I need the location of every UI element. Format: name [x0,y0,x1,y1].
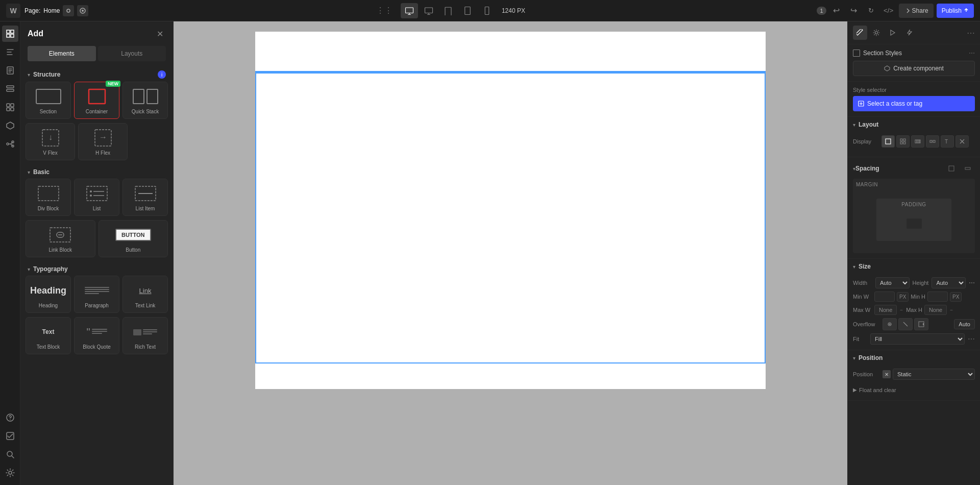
overflow-scroll-btn[interactable] [914,318,928,330]
lightning-tab-btn[interactable] [902,26,916,40]
padding-left-input[interactable]: 0 [879,220,898,227]
structure-info[interactable]: i [158,70,166,79]
assets-btn[interactable] [2,99,18,115]
add-elements-btn[interactable] [2,26,18,42]
div-block-element[interactable]: Div Block [26,179,71,216]
desktop-view-btn[interactable] [420,3,437,18]
button-element[interactable]: BUTTON Button [99,220,168,257]
create-component-btn[interactable]: Create component [853,61,975,76]
width-select[interactable]: Auto [875,277,910,288]
margin-bottom-input[interactable]: 0 [905,243,923,250]
add-panel-tabs: Elements Layouts [20,46,173,66]
display-block-btn[interactable] [881,135,895,148]
code-btn[interactable]: </> [881,4,896,18]
cms-btn[interactable] [2,81,18,97]
style-tab-btn[interactable] [853,26,867,40]
interactions-tab-btn[interactable] [886,26,900,40]
padding-top-input[interactable]: 0 [905,209,923,216]
padding-right-input[interactable]: 0 [930,220,948,227]
fit-dots[interactable]: ⋯ [968,335,975,343]
tablet-landscape-view-btn[interactable] [439,3,457,18]
pages-btn[interactable] [2,62,18,79]
overflow-hidden-btn[interactable] [898,318,913,330]
help-btn[interactable] [2,409,18,426]
margin-right-input[interactable]: 0 [953,216,972,224]
list-element[interactable]: List [74,179,119,216]
undo-btn[interactable]: ↩ [829,4,844,18]
overflow-auto-value[interactable]: Auto [954,319,975,329]
mobile-view-btn[interactable] [478,3,496,18]
logic-btn[interactable] [2,136,18,152]
redo-btn[interactable]: ↪ [847,4,861,18]
layout-header[interactable]: ▾ Layout [848,117,980,132]
padding-bottom-input[interactable]: 0 [905,231,923,238]
display-inline-btn[interactable] [926,135,939,148]
display-flex-btn[interactable] [911,135,924,148]
page-info: Page: Home [24,5,88,16]
min-h-input[interactable]: 0 [927,292,948,302]
rich-text-preview [133,328,157,335]
position-select[interactable]: Static [893,369,975,380]
margin-top-input[interactable]: 0 [905,189,923,197]
text-block-element[interactable]: Text Text Block [26,317,71,354]
container-element[interactable]: Container [74,82,119,119]
rich-text-element[interactable]: Rich Text [122,317,168,354]
min-w-input[interactable]: 0 [874,292,895,302]
height-select[interactable]: Auto [932,277,966,288]
v-flex-element[interactable]: ↓ V Flex [26,123,75,160]
spacing-icon-1[interactable] [944,161,959,176]
add-panel-close-btn[interactable]: ✕ [154,28,166,40]
search-btn[interactable] [2,446,18,463]
canvas-section-top[interactable] [255,32,766,72]
elements-tab[interactable]: Elements [28,46,96,61]
size-header[interactable]: ▾ Size [848,259,980,274]
page-settings-icon[interactable] [63,5,74,16]
width-height-row: Width Auto Height Auto ⋯ [853,277,975,288]
drag-handle[interactable]: ⋮⋮ [376,6,393,15]
style-select-btn[interactable]: Select a class or tag [853,96,975,111]
svg-rect-17 [7,108,10,111]
publish-btn[interactable]: Publish [937,4,974,18]
share-btn[interactable]: Share [899,4,934,18]
page-preview-icon[interactable] [77,5,88,16]
max-h-value[interactable]: None [924,305,947,315]
rp-dots[interactable]: ⋯ [967,28,975,38]
float-clear-row[interactable]: ▶ Float and clear [853,384,975,395]
settings-btn[interactable] [2,465,18,481]
link-block-element[interactable]: Link Block [26,220,95,257]
desktop-large-view-btn[interactable] [401,3,418,18]
spacing-header[interactable]: ▾ Spacing [848,157,980,177]
text-link-element[interactable]: Link Text Link [122,276,168,313]
position-header[interactable]: ▾ Position [848,350,980,366]
canvas-section-bottom[interactable] [255,72,766,363]
refresh-btn[interactable]: ↻ [864,4,878,18]
layouts-tab[interactable]: Layouts [98,46,166,61]
structure-section-header[interactable]: ▾ Structure i [26,66,168,82]
spacing-icon-2[interactable] [961,161,975,176]
quick-stack-element[interactable]: Quick Stack [122,82,168,119]
section-styles-dots[interactable]: ⋯ [969,50,975,57]
display-grid-btn[interactable] [896,135,910,148]
fit-select[interactable]: Fill [870,333,965,345]
max-w-value[interactable]: None [874,305,897,315]
checklist-btn[interactable] [2,428,18,444]
components-btn[interactable] [2,117,18,134]
list-item-element[interactable]: List Item [122,179,168,216]
margin-left-input[interactable]: 0 [856,216,874,224]
settings-tab-btn[interactable] [869,26,884,40]
size-dots[interactable]: ⋯ [969,279,975,286]
paragraph-element[interactable]: Paragraph [74,276,119,313]
section-element[interactable]: Section [26,82,71,119]
tablet-portrait-view-btn[interactable] [459,3,476,18]
canvas-inner[interactable] [174,21,847,485]
block-quote-element[interactable]: " Block Quote [74,317,119,354]
navigator-btn[interactable] [2,44,18,60]
overflow-visible-btn[interactable] [883,318,897,330]
heading-element[interactable]: Heading Heading [26,276,71,313]
canvas-frame[interactable] [255,32,766,389]
display-none-btn[interactable] [955,135,969,148]
display-text-btn[interactable]: T [941,135,954,148]
h-flex-element[interactable]: → H Flex [78,123,128,160]
typography-section-header[interactable]: ▾ Typography [26,261,168,276]
basic-section-header[interactable]: ▾ Basic [26,164,168,179]
